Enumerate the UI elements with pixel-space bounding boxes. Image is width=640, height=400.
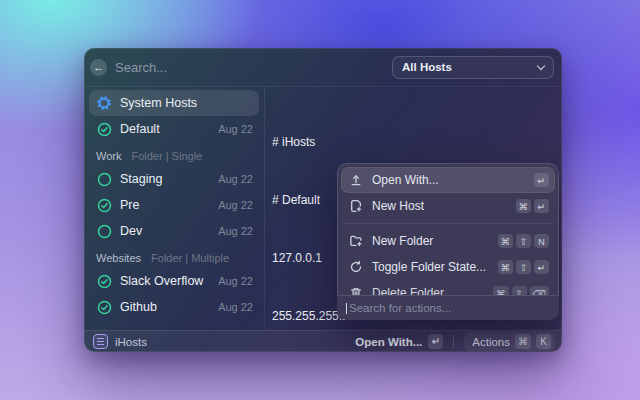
menu-divider — [343, 223, 553, 224]
ihosts-app-icon — [93, 334, 108, 349]
sidebar-item-pre[interactable]: Pre Aug 22 — [89, 192, 259, 218]
footer-actions-label: Actions — [472, 336, 510, 348]
window-body: System Hosts Default Aug 22 Work Folder … — [84, 87, 562, 330]
shortcut-keys: ↵ — [534, 173, 549, 187]
menu-item-label: New Host — [372, 199, 507, 213]
section-title: Work — [96, 150, 121, 162]
actions-search-input[interactable]: Search for actions... — [337, 295, 559, 320]
sidebar-item-github[interactable]: Github Aug 22 — [89, 294, 259, 320]
hosts-filter-dropdown[interactable]: All Hosts — [392, 56, 554, 79]
sidebar-section-websites: Websites Folder | Multiple — [96, 252, 252, 266]
sidebar-item-label: Pre — [120, 198, 210, 212]
sidebar-item-date: Aug 22 — [218, 199, 253, 211]
upload-icon — [348, 173, 363, 187]
footer-open-with-button[interactable]: Open With... ↵ — [355, 334, 443, 349]
shortcut-keys: ⌘⇧N — [498, 234, 550, 248]
sidebar-item-date: Aug 22 — [218, 301, 253, 313]
key-n: N — [534, 234, 549, 248]
key-return: ↵ — [534, 260, 549, 274]
footer-open-with-label: Open With... — [355, 336, 422, 348]
sidebar-item-system-hosts[interactable]: System Hosts — [89, 90, 259, 116]
sidebar-item-default[interactable]: Default Aug 22 — [89, 116, 259, 142]
desktop-background: ← Search... All Hosts System — [0, 0, 640, 400]
sidebar-item-slack-overflow[interactable]: Slack Overflow Aug 22 — [89, 268, 259, 294]
key-shift: ⇧ — [516, 234, 531, 248]
key-return: ↵ — [534, 173, 549, 187]
ihosts-window: ← Search... All Hosts System — [84, 48, 562, 352]
key-return: ↵ — [428, 334, 443, 349]
menu-item-toggle-folder-state[interactable]: Toggle Folder State... ⌘⇧↵ — [341, 254, 555, 280]
back-arrow-icon: ← — [93, 62, 104, 73]
key-k: K — [536, 334, 551, 349]
sidebar-item-dev[interactable]: Dev Aug 22 — [89, 218, 259, 244]
sidebar-item-label: Slack Overflow — [120, 274, 210, 288]
status-bar: iHosts Open With... ↵ Actions ⌘ K — [84, 330, 562, 352]
actions-menu-panel: Open With... ↵ New Host ⌘↵ — [337, 163, 559, 320]
menu-item-label: Open With... — [372, 173, 525, 187]
footer-actions-button[interactable]: Actions ⌘ K — [464, 332, 555, 351]
menu-item-new-host[interactable]: New Host ⌘↵ — [341, 193, 555, 219]
sidebar-item-label: System Hosts — [120, 96, 253, 110]
chevron-down-icon — [537, 61, 545, 69]
shortcut-keys: ⌘↵ — [516, 199, 550, 213]
check-circle-icon — [96, 274, 112, 289]
filter-selected-value: All Hosts — [402, 61, 452, 73]
hosts-line: # iHosts — [272, 133, 562, 152]
key-command: ⌘ — [515, 334, 531, 349]
check-circle-icon — [96, 198, 112, 213]
empty-circle-icon — [96, 224, 112, 239]
gear-icon — [96, 95, 112, 111]
footer-divider — [453, 335, 454, 348]
app-label: iHosts — [115, 336, 348, 348]
key-command: ⌘ — [498, 260, 514, 274]
sidebar-item-date: Aug 22 — [218, 275, 253, 287]
menu-item-open-with[interactable]: Open With... ↵ — [341, 167, 555, 193]
section-meta: Folder | Single — [131, 150, 202, 162]
key-shift: ⇧ — [516, 260, 531, 274]
sidebar-item-date: Aug 22 — [218, 123, 253, 135]
new-file-icon — [348, 199, 363, 213]
menu-item-label: Toggle Folder State... — [372, 260, 489, 274]
check-circle-icon — [96, 300, 112, 315]
actions-search-placeholder: Search for actions... — [349, 302, 451, 314]
key-command: ⌘ — [516, 199, 532, 213]
sidebar-item-date: Aug 22 — [218, 173, 253, 185]
sidebar-item-staging[interactable]: Staging Aug 22 — [89, 166, 259, 192]
key-return: ↵ — [534, 199, 549, 213]
menu-item-new-folder[interactable]: New Folder ⌘⇧N — [341, 228, 555, 254]
sidebar: System Hosts Default Aug 22 Work Folder … — [84, 87, 265, 330]
sidebar-section-work: Work Folder | Single — [96, 150, 252, 164]
sidebar-item-date: Aug 22 — [218, 225, 253, 237]
window-header: ← Search... All Hosts — [84, 48, 562, 87]
new-folder-icon — [348, 234, 363, 248]
empty-circle-icon — [96, 172, 112, 187]
back-button[interactable]: ← — [90, 59, 107, 76]
menu-item-label: New Folder — [372, 234, 489, 248]
section-title: Websites — [96, 252, 141, 264]
refresh-icon — [348, 260, 363, 274]
check-circle-icon — [96, 122, 112, 137]
shortcut-keys: ⌘⇧↵ — [498, 260, 550, 274]
key-command: ⌘ — [498, 234, 514, 248]
sidebar-item-label: Staging — [120, 172, 210, 186]
search-input[interactable]: Search... — [115, 60, 392, 75]
actions-menu-list: Open With... ↵ New Host ⌘↵ — [337, 163, 559, 310]
sidebar-item-label: Default — [120, 122, 210, 136]
sidebar-item-label: Dev — [120, 224, 210, 238]
text-cursor — [346, 303, 347, 314]
sidebar-item-label: Github — [120, 300, 210, 314]
section-meta: Folder | Multiple — [151, 252, 229, 264]
